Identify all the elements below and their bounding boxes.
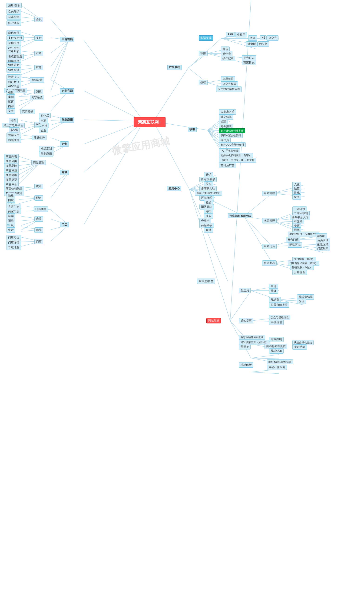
svg-line-6 <box>153 68 188 121</box>
node-fee-withdraw: 提现 <box>297 299 306 304</box>
center-node: 聚惠互联网+ <box>134 117 166 127</box>
node-city-delivery: 同城配送 <box>207 318 221 323</box>
node-auto-dist: 自动计算距离 <box>267 365 287 370</box>
node-industry: 行业应用 <box>60 117 74 122</box>
node-physical-store: 实体店 <box>39 113 51 118</box>
node-water-finance: 财务 <box>292 194 301 200</box>
node-delivery-order: 配送单 <box>239 344 251 349</box>
node-version: 版本 <box>248 35 257 41</box>
node-after-sales: 售权管理后 <box>7 54 24 59</box>
node-goods2: 商品 <box>34 227 43 233</box>
node-member-grade: 会员等级 <box>7 9 21 14</box>
node-official-auth: 公众号权限 <box>221 81 238 87</box>
node-alipay: 支付宝支付 <box>7 35 24 41</box>
node-sales-rebate: 销售返佣 <box>7 62 21 68</box>
node-courier: 配送员 <box>239 288 251 293</box>
node-delivery-area2: 配送区域 <box>288 242 302 248</box>
node-store-display: 门店展示 <box>316 246 330 251</box>
node-ticket-mgmt: 水票管理 <box>262 218 277 224</box>
node-api: API <box>34 122 42 127</box>
node-notify: 通知提醒 <box>239 318 253 323</box>
node-addr-parse: 地址解析 <box>239 362 253 368</box>
node-setting-sub: 设置 <box>7 74 15 80</box>
node-delivery: 配送 <box>34 195 43 201</box>
node-integrated-store: 整合门店 <box>286 237 300 242</box>
node-store2: 门店 <box>34 239 43 244</box>
node-content: 内容系统 <box>30 95 44 100</box>
node-multi-merchant-in: 多商家入驻 <box>219 109 236 115</box>
node-enterprise2: 企业 <box>39 128 48 133</box>
svg-line-59 <box>51 172 69 198</box>
node-dou-pay: 支持DOU音能转支付 <box>219 142 246 147</box>
svg-line-75 <box>51 225 69 241</box>
svg-line-172 <box>251 372 279 374</box>
node-time-ctrl: 时效控制 <box>269 337 284 342</box>
node-payment: 支付 <box>34 35 43 41</box>
node-multi-support: 多端支撑 <box>199 35 213 41</box>
node-goods-mgmt: 商品管理 <box>31 160 46 165</box>
node-standalone-ver: 独立版 <box>258 41 269 47</box>
node-member: 会员 <box>34 17 43 22</box>
node-order-list: 订单列表 <box>7 49 21 54</box>
svg-line-124 <box>244 194 272 216</box>
node-smart-water-delivery: 智慧水站桶装水配送 <box>239 335 265 340</box>
node-staff: 店员 <box>34 216 43 222</box>
node-live: 直播 <box>204 227 213 233</box>
node-water-mgmt: 水站管理 <box>262 191 277 196</box>
node-delivery-fee-section: 配送费 <box>269 297 281 302</box>
node-water-store: 水站门店 <box>262 244 277 249</box>
node-app-center: 应用中心 <box>167 186 181 191</box>
node-merchant-log: 商家日志 <box>242 60 256 65</box>
node-nav-map: 导航地图 <box>7 245 21 250</box>
svg-line-5 <box>84 121 144 225</box>
node-store-section: 门店 <box>60 222 69 227</box>
mindmap: 聚惠互联网+ 微擎应用商城 平台功能 会员 注册/登录 会员等级 会员分组 账户… <box>0 0 364 605</box>
node-standalone-mkt: 营销体系（单独） <box>290 265 314 270</box>
node-balance-pay: 余额支付 <box>7 40 21 46</box>
connector-lines <box>0 0 364 605</box>
node-sales-mgmt: 应用授权销售管理 <box>216 87 242 92</box>
node-cashier-section: 收银 <box>188 127 197 132</box>
svg-line-0 <box>84 40 144 121</box>
node-realtime-settle: 实时结算 <box>292 344 307 350</box>
node-delivery-note: 配送结单 <box>269 348 284 354</box>
node-official: 公众号 <box>267 35 278 41</box>
node-sms: 手机短信 <box>269 320 284 325</box>
node-order: 订单 <box>34 51 43 56</box>
svg-line-65 <box>19 163 39 180</box>
node-func-plugin: 功能插件 <box>7 138 21 143</box>
node-level: 等级 <box>269 288 278 294</box>
node-count-stats: 统计 <box>7 227 15 233</box>
svg-line-13 <box>51 40 69 80</box>
node-quanxian: 权限 <box>199 51 208 56</box>
svg-line-8 <box>153 121 189 189</box>
node-store-detail: 门店详情 <box>7 240 21 245</box>
node-enterprise: 企业官网 <box>60 88 74 94</box>
svg-line-168 <box>251 355 279 358</box>
node-stats: 统计 <box>34 184 43 189</box>
node-store-locate: 门店定位 <box>7 235 21 240</box>
node-merchant-mobile: 商家-手机端管理中心 <box>195 191 222 196</box>
node-account-wallet: 账户钱包 <box>7 20 21 26</box>
node-auth: 授权 <box>199 80 208 85</box>
node-website-setting: 网站设置 <box>30 78 44 83</box>
node-op-record: 操作记录 <box>221 56 235 61</box>
node-pay-ads: 支付后广告 <box>219 163 236 168</box>
node-friend-link: 友情链接 <box>20 109 35 114</box>
node-treasure-box: 聚宝盒/盲盒 <box>197 278 215 284</box>
node-saas: SAAS <box>9 127 20 132</box>
node-store-type: 门店类型 <box>34 207 48 212</box>
node-integrated-cashier: 聚合收银台（应用插件） <box>288 232 319 237</box>
node-goods2-direct <box>7 224 10 226</box>
node-plugin: 开发插件 <box>32 135 47 140</box>
node-message: 消息 <box>34 89 43 94</box>
node-app-auth: 应用权限 <box>221 76 235 82</box>
node-member-group: 会员分组 <box>7 14 21 20</box>
node-smart-water-section: 行业应用-智慧水站 <box>228 213 252 218</box>
svg-line-12 <box>51 40 69 67</box>
node-sales-stats: 销售统计 <box>7 67 21 73</box>
node-location-auto: 位置自动上报 <box>269 302 289 308</box>
node-permission: 权限系统 <box>167 65 182 70</box>
node-pc-mobile: PC+手机收银端 <box>219 148 240 153</box>
node-slideshow: 幻灯片 <box>7 79 18 85</box>
